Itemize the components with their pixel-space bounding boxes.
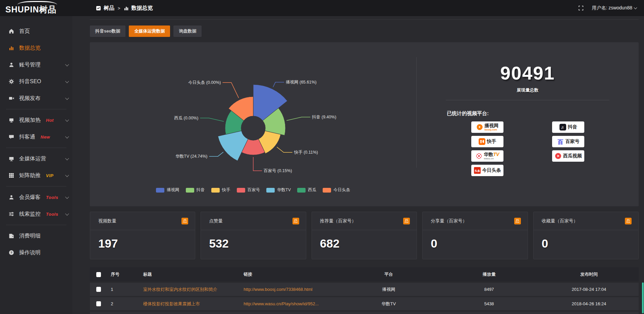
sidebar-item-5[interactable]: 视频加热Hot (0, 112, 72, 128)
pie-label-line (200, 118, 224, 121)
platform-badges: 播视网boosj.com快手华数TVwasu.cn头条今日头条♬抖音百百家号西瓜… (471, 121, 639, 176)
sidebar-item-3[interactable]: 抖音SEO (0, 73, 72, 90)
sidebar-item-11[interactable]: 消费明细 (0, 227, 72, 244)
stat-card-1: 点赞量总532 (201, 212, 306, 259)
sidebar-item-label: 数据总览 (19, 45, 41, 52)
legend-swatch (237, 188, 245, 193)
tab-2[interactable]: 询盘数据 (173, 25, 202, 37)
pie-label-line (273, 82, 284, 87)
legend-item-快手[interactable]: 快手 (211, 187, 230, 193)
table-row-1: 1室外水纹灯和室内水纹灯的区别和简介http://www.boosj.com/7… (90, 283, 639, 296)
topbar: SHUPIN树品 树品 > 数据总览 用户名: zswodun88 (0, 0, 644, 16)
legend-item-西瓜[interactable]: 西瓜 (297, 187, 316, 193)
table-header-row: 序号标题链接平台播放量发布时间 (90, 267, 639, 281)
cell-url-link[interactable]: http://www.wasu.cn/Play/show/id/952... (240, 301, 338, 306)
platform-name: 播视网 (485, 123, 499, 128)
grid-icon (9, 173, 14, 178)
sidebar-item-4[interactable]: 视频发布 (0, 90, 72, 107)
cell-index: 2 (107, 301, 140, 306)
col-header-title: 标题 (140, 271, 240, 277)
row-checkbox[interactable] (96, 301, 101, 306)
cell-index: 1 (107, 287, 140, 292)
stat-card-header: 视频数量总 (90, 212, 195, 230)
legend-swatch (323, 188, 331, 193)
legend-item-华数TV[interactable]: 华数TV (266, 187, 291, 193)
sidebar-item-label: 线索监控 (19, 211, 41, 218)
scrollbar-thumb[interactable] (642, 282, 644, 313)
pie-label-line (209, 152, 223, 156)
chevron-down-icon (634, 6, 637, 9)
sidebar-item-6[interactable]: 抖客通New (0, 128, 72, 145)
app-logo: SHUPIN树品 (0, 0, 72, 16)
tab-0[interactable]: 抖音seo数据 (90, 25, 125, 37)
sidebar-item-0[interactable]: 首页 (0, 23, 72, 40)
username-label: 用户名: zswodun88 (592, 5, 632, 11)
sidebar-item-1[interactable]: 数据总览 (0, 40, 72, 56)
user-icon (9, 195, 14, 200)
col-header-link: 链接 (240, 271, 338, 277)
stat-card-label: 点赞量 (209, 218, 223, 224)
xigua-logo (555, 153, 561, 159)
stat-card-value: 0 (534, 230, 638, 250)
sidebar-item-8[interactable]: 矩阵助推VIP (0, 167, 72, 184)
platform-name: 今日头条 (482, 167, 501, 173)
select-all-checkbox[interactable] (96, 272, 101, 277)
legend-item-播视网[interactable]: 播视网 (156, 187, 179, 193)
sidebar-item-label: 首页 (19, 28, 30, 35)
chevron-down-icon (65, 156, 69, 160)
stat-cards: 视频数量总197点赞量总532推荐量（百家号）总682分享量（百家号）总0收藏量… (90, 212, 639, 259)
pie-slice-华数TV[interactable] (218, 131, 248, 161)
topbar-right: 用户名: zswodun88 (578, 5, 637, 11)
col-header-plays: 播放量 (439, 271, 539, 277)
sidebar-divider (6, 148, 66, 148)
stat-card-value: 532 (201, 230, 306, 250)
videos-table: 序号标题链接平台播放量发布时间1室外水纹灯和室内水纹灯的区别和简介http://… (90, 267, 639, 314)
platform-name: 华数TV (484, 152, 499, 157)
stat-card-header: 点赞量总 (201, 212, 306, 230)
platform-name: 快手 (487, 139, 496, 145)
sidebar-item-label: 矩阵助推 (19, 172, 41, 179)
stat-card-header: 收藏量（百家号）总 (534, 212, 638, 230)
sidebar-item-7[interactable]: 全媒体运营 (0, 150, 72, 167)
pie-label-line (223, 83, 239, 98)
logo-text: SHUPIN树品 (5, 4, 56, 15)
total-badge: 总 (625, 218, 632, 224)
legend-item-抖音[interactable]: 抖音 (186, 187, 205, 193)
breadcrumb: 树品 > 数据总览 (96, 5, 153, 12)
sidebar-item-12[interactable]: ?操作说明 (0, 244, 72, 261)
total-impressions-value: 90491 (417, 62, 639, 84)
total-badge: 总 (292, 218, 299, 224)
sidebar-item-9[interactable]: 会员爆客Tools (0, 189, 72, 206)
sidebar-item-label: 会员爆客 (19, 194, 41, 201)
legend-swatch (186, 188, 194, 193)
cell-title-link[interactable]: 楼体投影灯投影效果震撼上市 (140, 301, 240, 307)
chevron-down-icon (65, 212, 69, 215)
cell-platform: 播视网 (338, 286, 439, 293)
sidebar-item-2[interactable]: 账号管理 (0, 56, 72, 73)
video-camera-icon (9, 96, 14, 101)
sidebar-item-label: 账号管理 (19, 61, 41, 68)
fullscreen-icon[interactable] (578, 5, 584, 11)
rose-chart: 播视网 (65.61%)抖音 (9.40%)快手 (0.11%)百家号 (0.1… (90, 42, 416, 192)
legend-item-百家号[interactable]: 百家号 (237, 187, 260, 193)
sidebar-divider (6, 109, 66, 109)
platform-badge-快手: 快手 (471, 136, 503, 147)
legend-label: 西瓜 (308, 187, 316, 193)
sidebar-menu: 首页数据总览账号管理抖音SEO视频发布视频加热Hot抖客通New全媒体运营矩阵助… (0, 23, 72, 261)
sidebar-item-label: 全媒体运营 (19, 155, 46, 162)
cell-publish-time: 2018-04-26 16:24 (539, 301, 639, 306)
cell-url-link[interactable]: http://www.boosj.com/7338468.html (240, 287, 338, 292)
legend-swatch (266, 188, 275, 193)
chart-legend: 播视网抖音快手百家号华数TV西瓜今日头条 (90, 187, 416, 193)
user-dropdown[interactable]: 用户名: zswodun88 (592, 5, 637, 11)
tab-1[interactable]: 全媒体运营数据 (129, 25, 170, 37)
row-checkbox[interactable] (96, 287, 101, 292)
cell-title-link[interactable]: 室外水纹灯和室内水纹灯的区别和简介 (140, 286, 240, 293)
stat-card-label: 推荐量（百家号） (320, 218, 356, 224)
platforms-title: 已统计的视频平台: (447, 110, 639, 117)
sidebar-item-10[interactable]: 线索监控Tools (0, 206, 72, 222)
legend-item-今日头条[interactable]: 今日头条 (323, 187, 350, 193)
breadcrumb-root[interactable]: 树品 (104, 5, 114, 12)
svg-text:♬: ♬ (560, 125, 565, 130)
breadcrumb-current[interactable]: 数据总览 (131, 5, 153, 12)
